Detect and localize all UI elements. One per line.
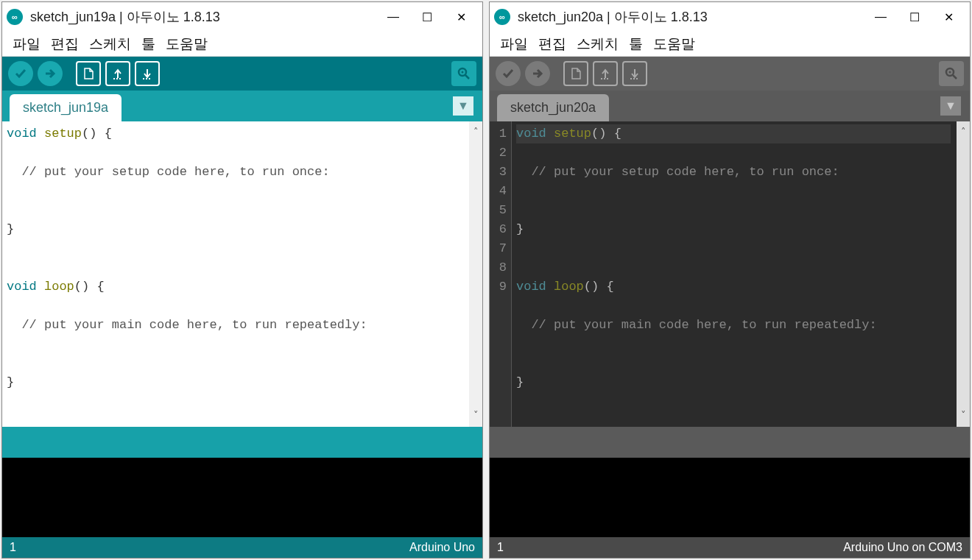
console[interactable] — [490, 458, 970, 537]
search-icon — [457, 66, 471, 81]
status-board-info: Arduino Uno on COM3 — [843, 541, 962, 554]
scroll-down-icon[interactable]: ˅ — [473, 406, 479, 425]
status-line-number: 1 — [10, 541, 16, 554]
code-line[interactable]: void loop() { — [516, 277, 951, 297]
scroll-up-icon[interactable]: ˄ — [961, 123, 966, 142]
menu-edit[interactable]: 편집 — [538, 35, 566, 54]
serial-monitor-button[interactable] — [451, 61, 476, 86]
menu-help[interactable]: 도움말 — [653, 35, 695, 54]
menu-tools[interactable]: 툴 — [629, 35, 643, 54]
open-button[interactable] — [105, 61, 130, 86]
verify-button[interactable] — [496, 61, 521, 86]
window-title: sketch_jun19a | 아두이노 1.8.13 — [30, 8, 376, 26]
svg-point-3 — [949, 71, 951, 74]
close-button[interactable]: ✕ — [444, 2, 478, 32]
code-editor[interactable]: void setup() { // put your setup code he… — [2, 121, 482, 427]
serial-monitor-button[interactable] — [939, 61, 964, 86]
arrow-up-icon — [111, 67, 124, 80]
menu-help[interactable]: 도움말 — [166, 35, 208, 54]
code-line[interactable]: } — [516, 373, 951, 392]
menu-file[interactable]: 파일 — [500, 35, 528, 54]
code-area[interactable]: void setup() { // put your setup code he… — [512, 121, 957, 427]
check-icon — [501, 66, 515, 81]
code-line[interactable]: void setup() { — [516, 124, 951, 143]
code-line[interactable]: void setup() { — [7, 124, 463, 143]
sketch-tab[interactable]: sketch_jun20a — [497, 94, 609, 121]
status-bar: 1 Arduino Uno on COM3 — [490, 537, 970, 558]
upload-button[interactable] — [525, 61, 550, 86]
titlebar[interactable]: ∞ sketch_jun19a | 아두이노 1.8.13 — ☐ ✕ — [2, 2, 482, 32]
code-line[interactable]: // put your main code here, to run repea… — [7, 316, 463, 335]
menu-sketch[interactable]: 스케치 — [577, 35, 619, 54]
check-icon — [13, 66, 28, 81]
menu-file[interactable]: 파일 — [13, 35, 40, 54]
menu-bar: 파일 편집 스케치 툴 도움말 — [2, 32, 482, 57]
line-number-gutter: 123456789 — [490, 121, 512, 427]
save-button[interactable] — [135, 61, 160, 86]
menu-edit[interactable]: 편집 — [51, 35, 79, 54]
search-icon — [944, 66, 959, 81]
tab-bar: sketch_jun19a ▼ — [2, 91, 482, 121]
arduino-logo-icon: ∞ — [494, 9, 510, 25]
minimize-button[interactable]: — — [864, 2, 898, 32]
arrow-right-icon — [530, 66, 545, 81]
menu-bar: 파일 편집 스케치 툴 도움말 — [490, 32, 970, 57]
tab-menu-button[interactable]: ▼ — [453, 96, 473, 116]
window-title: sketch_jun20a | 아두이노 1.8.13 — [518, 8, 864, 26]
toolbar — [2, 57, 482, 91]
file-icon — [82, 67, 95, 80]
code-area[interactable]: void setup() { // put your setup code he… — [2, 121, 469, 427]
status-bar: 1 Arduino Uno — [2, 537, 482, 558]
close-button[interactable]: ✕ — [932, 2, 965, 32]
code-line[interactable]: // put your main code here, to run repea… — [516, 316, 951, 335]
vertical-scrollbar[interactable]: ˄ ˅ — [469, 121, 482, 427]
maximize-button[interactable]: ☐ — [898, 2, 932, 32]
scroll-up-icon[interactable]: ˄ — [473, 123, 479, 142]
upload-button[interactable] — [38, 61, 63, 86]
status-board-info: Arduino Uno — [409, 541, 475, 554]
tab-bar: sketch_jun20a ▼ — [490, 91, 970, 121]
code-line[interactable]: void loop() { — [7, 277, 463, 297]
menu-tools[interactable]: 툴 — [141, 35, 155, 54]
minimize-button[interactable]: — — [376, 2, 410, 32]
verify-button[interactable] — [8, 61, 33, 86]
toolbar — [490, 57, 970, 91]
arduino-logo-icon: ∞ — [7, 9, 23, 25]
tab-menu-button[interactable]: ▼ — [940, 96, 961, 116]
code-line[interactable]: // put your setup code here, to run once… — [516, 163, 951, 182]
open-button[interactable] — [593, 61, 618, 86]
console[interactable] — [2, 458, 482, 537]
svg-point-1 — [462, 71, 464, 74]
message-bar — [2, 427, 482, 458]
arrow-down-icon — [141, 67, 154, 80]
code-line[interactable]: // put your setup code here, to run once… — [7, 163, 463, 182]
arrow-down-icon — [628, 67, 641, 80]
new-button[interactable] — [563, 61, 588, 86]
sketch-tab[interactable]: sketch_jun19a — [10, 94, 122, 121]
arrow-right-icon — [43, 66, 57, 81]
arrow-up-icon — [599, 67, 612, 80]
message-bar — [490, 427, 970, 458]
code-line[interactable]: } — [516, 220, 951, 239]
new-button[interactable] — [76, 61, 101, 86]
scroll-down-icon[interactable]: ˅ — [961, 406, 966, 425]
file-icon — [569, 67, 582, 80]
maximize-button[interactable]: ☐ — [410, 2, 444, 32]
arduino-window-dark: ∞ sketch_jun20a | 아두이노 1.8.13 — ☐ ✕ 파일 편… — [489, 1, 971, 559]
code-editor[interactable]: 123456789 void setup() { // put your set… — [490, 121, 970, 427]
titlebar[interactable]: ∞ sketch_jun20a | 아두이노 1.8.13 — ☐ ✕ — [490, 2, 970, 32]
code-line[interactable]: } — [7, 373, 463, 392]
code-line[interactable]: } — [7, 220, 463, 239]
menu-sketch[interactable]: 스케치 — [89, 35, 131, 54]
vertical-scrollbar[interactable]: ˄ ˅ — [957, 121, 970, 427]
status-line-number: 1 — [497, 541, 504, 554]
arduino-window-light: ∞ sketch_jun19a | 아두이노 1.8.13 — ☐ ✕ 파일 편… — [1, 1, 483, 559]
save-button[interactable] — [622, 61, 647, 86]
